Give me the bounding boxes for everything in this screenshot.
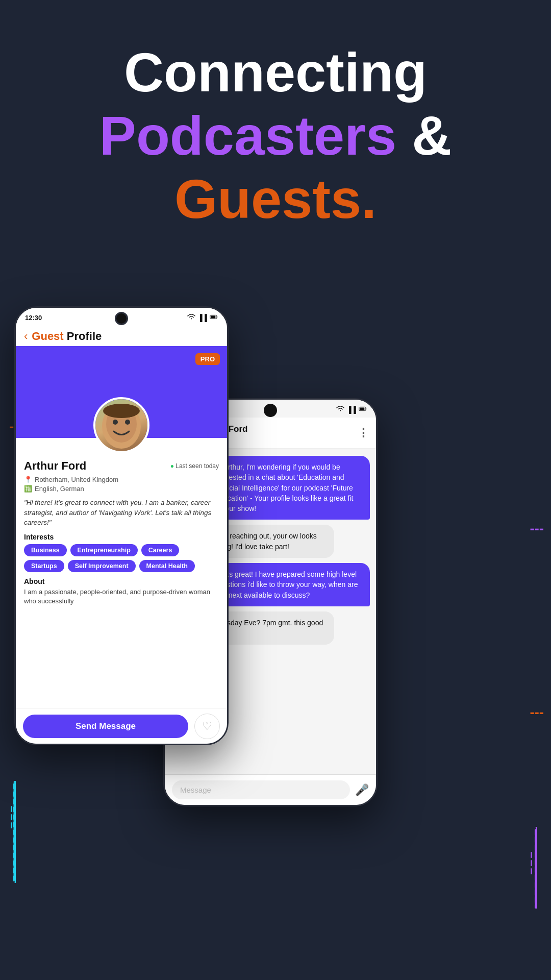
left-status-icons: ▐▐ xyxy=(187,313,218,323)
nav-title: Guest Profile xyxy=(32,330,102,343)
svg-rect-1 xyxy=(211,315,215,318)
profile-name-row: Arthur Ford ● Last seen today xyxy=(24,459,219,473)
tag-business: Business xyxy=(24,544,67,556)
translate-icon: 🈯 xyxy=(24,485,32,493)
guest-nav: ‹ Guest Profile xyxy=(16,326,227,346)
guest-languages: 🈯 English, German xyxy=(24,485,219,493)
more-options-icon[interactable]: ⋮ xyxy=(358,426,369,439)
location-icon: 📍 xyxy=(24,476,32,483)
svg-point-6 xyxy=(103,404,140,418)
right-battery-icon xyxy=(359,405,367,414)
heart-button[interactable]: ♡ xyxy=(194,714,220,739)
battery-icon xyxy=(210,313,218,323)
right-phone-notch xyxy=(264,404,277,417)
tag-mental-health: Mental Health xyxy=(139,560,195,572)
avatar-face-emoji xyxy=(95,399,147,451)
wifi-icon xyxy=(187,313,195,323)
signal-icon: ▐▐ xyxy=(198,314,207,322)
left-phone-notch xyxy=(115,312,128,325)
svg-point-4 xyxy=(113,420,118,425)
pro-badge: PRO xyxy=(195,353,220,365)
svg-rect-8 xyxy=(360,407,364,410)
phones-area: 12:30 ▐▐ xyxy=(0,286,551,980)
guest-name: Arthur Ford xyxy=(24,459,86,473)
tag-careers: Careers xyxy=(141,544,180,556)
tags-row: Business Entrepreneurship Careers Startu… xyxy=(24,544,219,572)
send-message-button[interactable]: Send Message xyxy=(23,715,188,738)
message-sent-1: Hi Arthur, I'm wondering if you would be… xyxy=(207,456,370,520)
left-time: 12:30 xyxy=(25,314,42,322)
hero-section: Connecting Podcasters & Guests. xyxy=(0,0,551,231)
message-sent-2: Thats great! I have prepared some high l… xyxy=(207,563,370,606)
hero-and: & xyxy=(412,105,452,166)
back-arrow-icon[interactable]: ‹ xyxy=(24,330,28,343)
tag-entrepreneurship: Entrepreneurship xyxy=(70,544,138,556)
message-input[interactable]: Message xyxy=(172,780,350,799)
guest-avatar xyxy=(93,397,149,453)
right-status-icons: ▐▐ xyxy=(336,405,367,414)
guest-location: 📍 Rotherham, United Kingdom xyxy=(24,476,219,483)
chat-input-bar: Message 🎤 xyxy=(165,774,376,805)
hero-podcasters: Podcasters xyxy=(99,105,396,166)
mic-icon[interactable]: 🎤 xyxy=(355,783,369,797)
hero-line2: Podcasters & xyxy=(0,104,551,167)
profile-banner: PRO xyxy=(16,346,227,438)
tag-self-improvement: Self Improvement xyxy=(68,560,136,572)
last-seen: ● Last seen today xyxy=(170,462,219,470)
interests-label: Interests xyxy=(24,533,219,541)
hero-line3: Guests. xyxy=(0,167,551,231)
profile-info: Arthur Ford ● Last seen today 📍 Rotherha… xyxy=(16,438,227,610)
right-signal-icon: ▐▐ xyxy=(347,406,356,413)
nav-profile: Profile xyxy=(64,330,102,342)
online-dot: ● xyxy=(170,462,176,470)
guest-bio: "Hi there! It's great to connect with yo… xyxy=(24,498,219,528)
phone-left: 12:30 ▐▐ xyxy=(14,306,229,745)
hero-line1: Connecting xyxy=(0,41,551,104)
phone-bottom-bar: Send Message ♡ xyxy=(16,708,227,744)
right-wifi-icon xyxy=(336,405,344,414)
nav-guest: Guest xyxy=(32,330,63,342)
about-text: I am a passionate, people-oriented, and … xyxy=(24,587,219,606)
tag-startups: Startups xyxy=(24,560,64,572)
svg-point-5 xyxy=(125,420,130,425)
about-label: About xyxy=(24,577,219,585)
